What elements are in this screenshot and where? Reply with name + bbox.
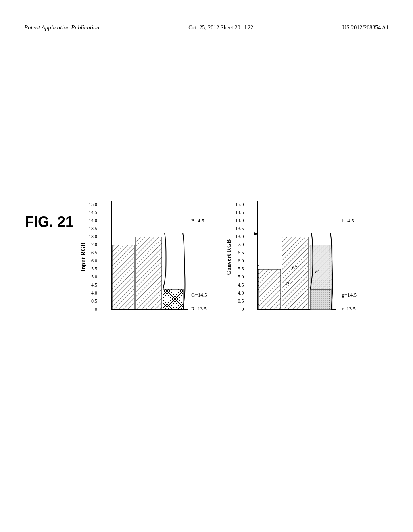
svg-marker-54 (254, 232, 258, 235)
convert-chart-title: Convert RGB (225, 239, 232, 275)
page-header: Patent Application Publication Oct. 25, … (0, 24, 413, 31)
convert-b-label: b=4.5 (342, 218, 357, 224)
header-right: US 2012/268354 A1 (342, 25, 389, 31)
convert-y-axis: 15.0 14.5 14.0 13.5 13.0 7.0 6.5 6.0 5.5… (235, 201, 244, 314)
input-g-label: G=14.5 (191, 292, 207, 298)
convert-chart-svg: G' R'' W (246, 201, 338, 314)
svg-rect-34 (310, 245, 331, 289)
svg-rect-33 (310, 289, 331, 310)
svg-rect-7 (136, 237, 162, 310)
input-legend: B=4.5 G=14.5 R=13.5 (191, 218, 207, 314)
input-chart-svg (99, 201, 188, 314)
svg-text:W: W (314, 268, 319, 274)
header-center: Oct. 25, 2012 Sheet 20 of 22 (188, 25, 253, 31)
input-y-axis: 15.0 14.5 14.0 13.5 13.0 7.0 6.5 6.0 5.5… (89, 201, 97, 314)
convert-r-label: r=13.5 (342, 305, 357, 312)
svg-rect-6 (112, 245, 134, 310)
convert-chart: Convert RGB 15.0 14.5 14.0 13.5 13.0 7.0… (235, 201, 357, 314)
svg-text:R'': R'' (286, 281, 292, 287)
header-left: Patent Application Publication (24, 24, 99, 31)
svg-rect-30 (259, 269, 281, 310)
svg-rect-8 (163, 289, 183, 310)
input-r-label: R=13.5 (191, 305, 207, 312)
convert-legend: b=4.5 g=14.5 r=13.5 (342, 218, 357, 314)
svg-text:G': G' (292, 264, 297, 270)
convert-g-label: g=14.5 (342, 292, 357, 298)
input-chart: Input RGB 15.0 14.5 14.0 13.5 13.0 7.0 6… (89, 201, 207, 314)
input-chart-title: Input RGB (80, 242, 87, 271)
input-b-label: B=4.5 (191, 218, 207, 224)
